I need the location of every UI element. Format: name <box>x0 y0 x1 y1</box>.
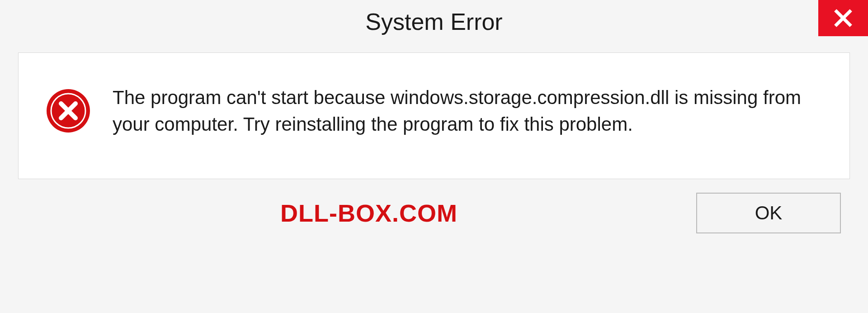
error-message: The program can't start because windows.… <box>113 85 822 138</box>
close-icon <box>833 8 853 28</box>
close-button[interactable] <box>818 0 868 36</box>
system-error-dialog: System Error The program can't start bec… <box>0 0 868 313</box>
watermark-text: DLL-BOX.COM <box>280 199 458 227</box>
ok-button[interactable]: OK <box>696 193 841 233</box>
window-title: System Error <box>365 8 502 35</box>
dialog-footer: DLL-BOX.COM OK <box>18 179 850 247</box>
titlebar: System Error <box>0 0 868 45</box>
dialog-content: The program can't start because windows.… <box>18 52 850 179</box>
error-icon <box>46 88 91 133</box>
ok-button-label: OK <box>755 202 783 224</box>
